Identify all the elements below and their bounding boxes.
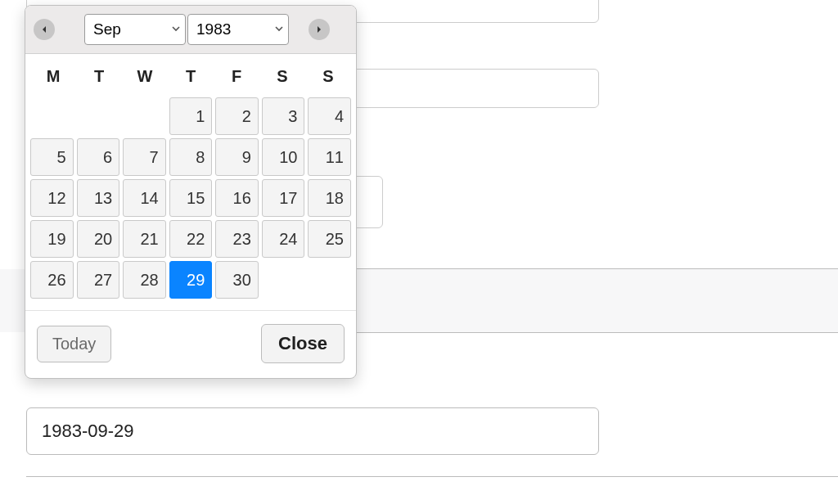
day-cell[interactable]: 9 xyxy=(215,138,259,176)
day-cell[interactable]: 1 xyxy=(169,97,213,135)
day-grid: 1234567891011121314151617181920212223242… xyxy=(25,94,356,305)
day-cell[interactable]: 7 xyxy=(123,138,166,176)
today-button[interactable]: Today xyxy=(37,326,111,362)
day-cell[interactable]: 10 xyxy=(262,138,305,176)
weekday-label: S xyxy=(305,64,351,89)
weekday-label: T xyxy=(168,64,214,89)
prev-month-button[interactable] xyxy=(34,19,55,40)
next-month-button[interactable] xyxy=(309,19,330,40)
weekday-label: T xyxy=(76,64,122,89)
day-cell[interactable]: 24 xyxy=(262,220,305,258)
day-cell[interactable]: 20 xyxy=(77,220,120,258)
year-select-value: 1983 xyxy=(196,20,231,38)
weekday-row: MTWTFSS xyxy=(25,54,356,94)
day-cell[interactable]: 17 xyxy=(262,179,305,217)
month-select-wrap: Sep xyxy=(84,14,187,45)
day-cell[interactable]: 23 xyxy=(215,220,259,258)
day-cell[interactable]: 5 xyxy=(30,138,74,176)
day-cell[interactable]: 27 xyxy=(77,261,120,299)
day-cell[interactable]: 22 xyxy=(169,220,213,258)
weekday-label: W xyxy=(122,64,168,89)
day-cell-blank xyxy=(77,97,120,135)
close-button-label: Close xyxy=(278,333,327,353)
day-cell-blank xyxy=(123,97,166,135)
day-cell[interactable]: 12 xyxy=(30,179,74,217)
day-cell[interactable]: 29 xyxy=(169,261,213,299)
day-cell[interactable]: 2 xyxy=(215,97,259,135)
weekday-label: S xyxy=(259,64,305,89)
today-button-label: Today xyxy=(52,335,96,353)
date-text-input[interactable]: 1983-09-29 xyxy=(26,407,599,455)
month-select-value: Sep xyxy=(93,20,121,38)
day-cell[interactable]: 25 xyxy=(308,220,351,258)
day-cell[interactable]: 4 xyxy=(308,97,351,135)
close-button[interactable]: Close xyxy=(261,324,345,363)
datepicker-popup: Sep 1983 MTWTFSS 12345678910111213141516… xyxy=(25,5,357,379)
date-input-value: 1983-09-29 xyxy=(42,421,134,442)
weekday-label: F xyxy=(214,64,259,89)
day-cell[interactable]: 13 xyxy=(77,179,120,217)
chevron-left-icon xyxy=(40,24,48,36)
day-cell[interactable]: 18 xyxy=(308,179,351,217)
day-cell-blank xyxy=(30,97,74,135)
divider-3 xyxy=(26,476,838,477)
day-cell[interactable]: 30 xyxy=(215,261,259,299)
day-cell[interactable]: 16 xyxy=(215,179,259,217)
year-select[interactable]: 1983 xyxy=(187,14,289,45)
day-cell[interactable]: 14 xyxy=(123,179,166,217)
day-cell[interactable]: 15 xyxy=(169,179,213,217)
day-cell[interactable]: 11 xyxy=(308,138,351,176)
day-cell[interactable]: 28 xyxy=(123,261,166,299)
weekday-label: M xyxy=(30,64,76,89)
day-cell[interactable]: 3 xyxy=(262,97,305,135)
chevron-right-icon xyxy=(315,24,323,36)
month-select[interactable]: Sep xyxy=(84,14,186,45)
day-cell[interactable]: 19 xyxy=(30,220,74,258)
day-cell[interactable]: 8 xyxy=(169,138,213,176)
day-cell[interactable]: 6 xyxy=(77,138,120,176)
datepicker-header: Sep 1983 xyxy=(25,6,356,54)
day-cell[interactable]: 26 xyxy=(30,261,74,299)
year-select-wrap: 1983 xyxy=(187,14,291,45)
datepicker-footer: Today Close xyxy=(25,310,356,378)
day-cell[interactable]: 21 xyxy=(123,220,166,258)
